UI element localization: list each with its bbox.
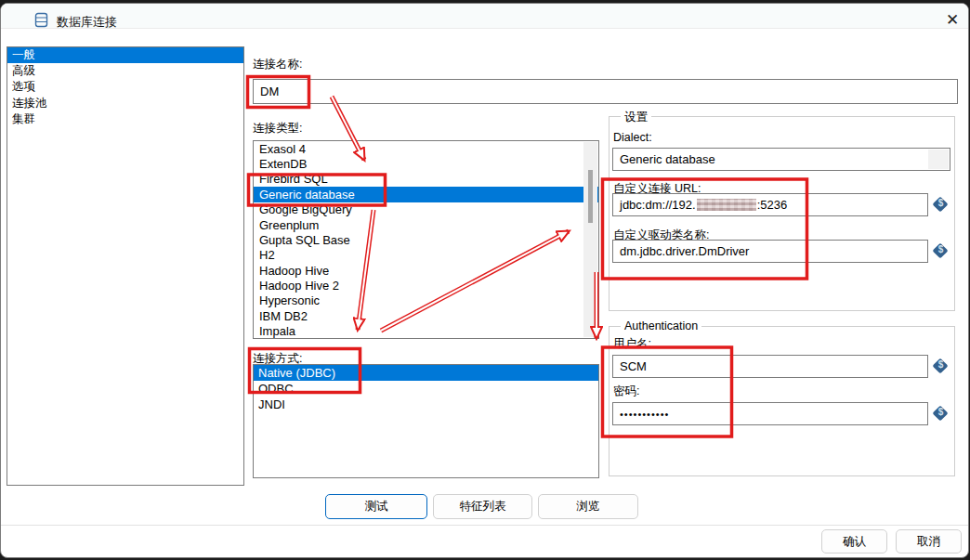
type-item[interactable]: Hadoop Hive — [254, 263, 598, 278]
type-item[interactable]: Impala — [254, 324, 598, 339]
database-icon — [33, 12, 49, 32]
method-item[interactable]: ODBC — [254, 381, 598, 397]
connection-type-label: 连接类型: — [253, 121, 302, 137]
type-item[interactable]: Google BigQuery — [254, 202, 598, 217]
scrollbar-track[interactable] — [583, 142, 597, 337]
connection-name-input[interactable]: DM — [253, 79, 958, 104]
settings-legend: 设置 — [621, 110, 651, 125]
url-suffix: :5236 — [757, 198, 788, 212]
driver-variable-icon[interactable]: $ — [933, 243, 949, 259]
username-label: 用户名: — [613, 336, 651, 352]
sidebar-item-advanced[interactable]: 高级 — [7, 63, 243, 79]
url-redacted-mosaic — [697, 199, 756, 211]
footer-divider — [1, 525, 969, 526]
type-item[interactable]: ExtenDB — [254, 156, 598, 171]
password-input[interactable]: ••••••••••• — [612, 402, 928, 425]
sidebar-item-clustering[interactable]: 集群 — [7, 111, 243, 127]
dialect-combobox[interactable]: Generic database — [612, 148, 950, 171]
cancel-button[interactable]: 取消 — [896, 529, 962, 553]
title-bar: 数据库连接 ✕ — [0, 4, 969, 29]
username-variable-icon[interactable]: $ — [933, 358, 949, 374]
url-variable-icon[interactable]: $ — [933, 197, 949, 213]
type-item[interactable]: Exasol 4 — [254, 141, 598, 156]
dialect-value: Generic database — [620, 152, 715, 166]
sidebar-item-pooling[interactable]: 连接池 — [7, 96, 243, 111]
type-item[interactable]: Gupta SQL Base — [254, 232, 598, 247]
sidebar-item-options[interactable]: 选项 — [7, 79, 243, 95]
password-label: 密码: — [613, 384, 639, 399]
ok-button[interactable]: 确认 — [821, 529, 887, 553]
dialog-title: 数据库连接 — [57, 14, 117, 31]
method-item[interactable]: JNDI — [254, 397, 598, 412]
method-item-selected[interactable]: Native (JDBC) — [254, 365, 598, 381]
connection-type-list: Exasol 4 ExtenDB Firebird SQL Generic da… — [253, 140, 599, 339]
dialect-dropdown-button[interactable] — [928, 150, 949, 169]
driver-class-input[interactable]: dm.jdbc.driver.DmDriver — [612, 240, 928, 263]
username-input[interactable]: SCM — [612, 355, 928, 378]
access-method-list: Native (JDBC) ODBC JNDI — [253, 364, 599, 478]
type-item[interactable]: Firebird SQL — [254, 172, 598, 187]
type-item[interactable]: Hypersonic — [254, 293, 598, 308]
password-variable-icon[interactable]: $ — [933, 406, 949, 422]
close-icon[interactable]: ✕ — [940, 9, 964, 30]
database-connection-dialog: 数据库连接 ✕ 一般 高级 选项 连接池 集群 连接名称: DM 连接类型: E… — [0, 3, 969, 558]
sidebar-item-general[interactable]: 一般 — [7, 47, 243, 63]
type-item-selected[interactable]: Generic database — [254, 187, 598, 202]
type-item[interactable]: H2 — [254, 248, 598, 263]
type-item[interactable]: IBM DB2 — [254, 308, 598, 323]
scrollbar-thumb[interactable] — [588, 170, 593, 223]
authentication-legend: Authentication — [621, 319, 701, 332]
custom-url-input[interactable]: jdbc:dm://192.:5236 — [612, 193, 928, 216]
category-list: 一般 高级 选项 连接池 集群 — [7, 46, 244, 486]
dialect-label: Dialect: — [613, 131, 652, 144]
test-button[interactable]: 测试 — [325, 494, 427, 519]
url-prefix: jdbc:dm://192. — [620, 198, 696, 212]
authentication-group: Authentication — [609, 326, 955, 476]
feature-list-button[interactable]: 特征列表 — [433, 494, 532, 519]
type-item[interactable]: Greenplum — [254, 217, 598, 232]
explore-button[interactable]: 浏览 — [538, 494, 638, 519]
connection-name-label: 连接名称: — [253, 57, 302, 72]
type-item[interactable]: Hadoop Hive 2 — [254, 278, 598, 293]
